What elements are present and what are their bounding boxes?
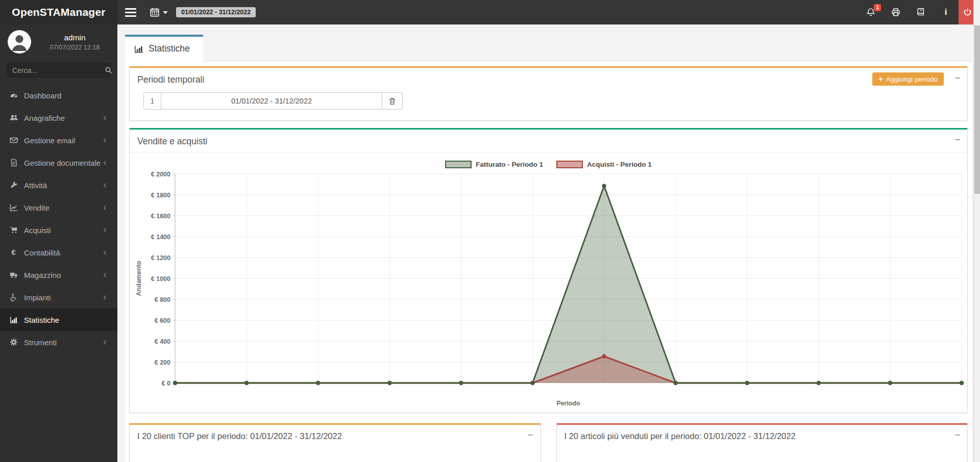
chevron-left-icon [102,249,108,256]
user-name: admin [38,33,111,42]
chevron-left-icon [102,272,108,278]
main-content: Statistiche Periodi temporali + Aggiungi… [117,24,980,462]
tab-label: Statistiche [149,43,190,54]
bar-chart-icon [9,316,18,324]
sidebar-item-label: Dashboard [24,91,108,100]
sidebar-item-gestione-email[interactable]: Gestione email [0,129,117,151]
app-logo[interactable]: OpenSTAManager [0,0,117,24]
scrollbar-thumb[interactable] [974,25,980,194]
legend-item[interactable]: Acquisti - Periodo 1 [556,161,652,168]
svg-text:€ 1200: € 1200 [151,254,170,262]
bar-chart-icon [134,44,143,54]
sidebar-item-magazzino[interactable]: Magazzino [0,264,117,286]
scrollbar-track[interactable] [973,0,980,462]
sidebar-item-impianti[interactable]: Impianti [0,286,117,309]
gear-icon [9,338,18,347]
legend-label: Fatturato - Periodo 1 [476,161,543,168]
legend-swatch [556,161,583,168]
periods-rows: 1 [130,92,967,110]
users-icon [9,114,18,122]
collapse-periods-button[interactable]: − [954,73,960,83]
active-period-badge[interactable]: 01/01/2022 - 31/12/2022 [176,7,256,17]
y-axis-label: Andamento [135,261,142,296]
collapse-chart-button[interactable]: − [954,135,960,145]
search-input[interactable] [12,66,105,74]
periods-card: Periodi temporali + Aggiungi periodo − 1 [129,66,968,121]
sidebar-item-anagrafiche[interactable]: Anagrafiche [0,107,117,129]
add-period-label: Aggiungi periodo [886,75,938,83]
sales-purchases-card: Vendite e acquisti − Fatturato - Periodo… [129,128,968,413]
sidebar-item-label: Gestione documentale [24,159,102,167]
chart-card-title: Vendite e acquisti [137,136,207,146]
tab-strip: Statistiche [125,35,972,61]
user-panel: admin 07/07/2022 12:18 [0,24,117,59]
chevron-left-icon [102,339,108,346]
svg-text:€ 600: € 600 [155,317,170,324]
tachometer-icon [9,91,18,100]
svg-text:€ 2000: € 2000 [151,171,170,178]
svg-text:€ 0: € 0 [162,380,170,387]
chart-area: € 0€ 200€ 400€ 600€ 800€ 1000€ 1200€ 140… [130,170,967,413]
legend-item[interactable]: Fatturato - Periodo 1 [445,161,543,168]
chevron-left-icon [102,115,108,121]
sidebar-item-dashboard[interactable]: Dashboard [0,84,117,107]
topbar-actions: 1 i [865,0,951,24]
tab-statistiche[interactable]: Statistiche [125,35,203,61]
sidebar-item-label: Attività [24,181,102,190]
chart-line-icon [9,203,18,212]
bottom-cards-row: I 20 clienti TOP per il periodo: 01/01/2… [129,423,968,462]
sidebar-item-label: Statistiche [24,316,108,324]
sidebar-item-vendite[interactable]: Vendite [0,196,117,219]
sidebar-item-strumenti[interactable]: Strumenti [0,331,117,353]
chevron-left-icon [102,160,108,166]
collapse-top-articles-button[interactable]: − [954,430,960,440]
sidebar-item-acquisti[interactable]: Acquisti [0,219,117,241]
notifications-button[interactable]: 1 [865,7,876,17]
period-index: 1 [143,92,161,110]
svg-text:€ 1400: € 1400 [151,234,170,241]
sidebar-item-label: Strumenti [24,338,102,347]
docs-button[interactable] [915,7,926,17]
sidebar-toggle-button[interactable] [125,7,137,17]
period-picker-button[interactable] [149,7,168,17]
user-datetime: 07/07/2022 12:18 [38,44,111,51]
envelope-icon [9,136,18,145]
wheelchair-icon [9,293,18,302]
top-clients-card: I 20 clienti TOP per il periodo: 01/01/2… [129,423,541,462]
sidebar-item-label: Anagrafiche [24,114,102,122]
sidebar-item-gestione-documentale[interactable]: Gestione documentale [0,151,117,174]
sidebar: admin 07/07/2022 12:18 DashboardAnagrafi… [0,24,117,462]
period-row: 1 [143,92,960,110]
chevron-left-icon [102,137,108,144]
svg-text:€ 1800: € 1800 [151,192,170,199]
sidebar-item-statistiche[interactable]: Statistiche [0,309,117,331]
sidebar-item-attivita[interactable]: Attività [0,174,117,196]
sidebar-item-contabilita[interactable]: €Contabilità [0,241,117,264]
add-period-button[interactable]: + Aggiungi periodo [872,72,944,86]
sidebar-item-label: Gestione email [24,136,102,145]
chart-card-header: Vendite e acquisti − [130,130,967,152]
chart-legend: Fatturato - Periodo 1Acquisti - Periodo … [130,159,967,170]
print-button[interactable] [890,7,901,17]
wrench-icon [9,181,18,190]
collapse-top-clients-button[interactable]: − [528,430,533,440]
plus-icon: + [878,75,883,83]
x-axis-label: Periodo [556,400,580,407]
legend-label: Acquisti - Periodo 1 [587,161,652,168]
euro-icon: € [9,248,18,257]
cart-icon [9,226,18,235]
top-articles-card: I 20 articoli più venduti per il periodo… [556,423,968,462]
svg-text:€ 800: € 800 [155,296,170,303]
svg-text:€ 200: € 200 [155,359,170,366]
file-icon [9,159,18,167]
caret-down-icon [163,10,168,15]
delete-period-button[interactable] [382,92,403,110]
sales-purchases-chart: € 0€ 200€ 400€ 600€ 800€ 1000€ 1200€ 140… [130,170,967,410]
chevron-left-icon [102,294,108,301]
search-icon[interactable] [105,66,112,74]
svg-text:€ 1600: € 1600 [151,213,170,220]
info-button[interactable]: i [940,7,951,17]
svg-text:€ 1000: € 1000 [151,275,170,283]
period-range-input[interactable] [161,92,382,110]
topbar: OpenSTAManager 01/01/2022 - 31/12/2022 1… [0,0,980,24]
